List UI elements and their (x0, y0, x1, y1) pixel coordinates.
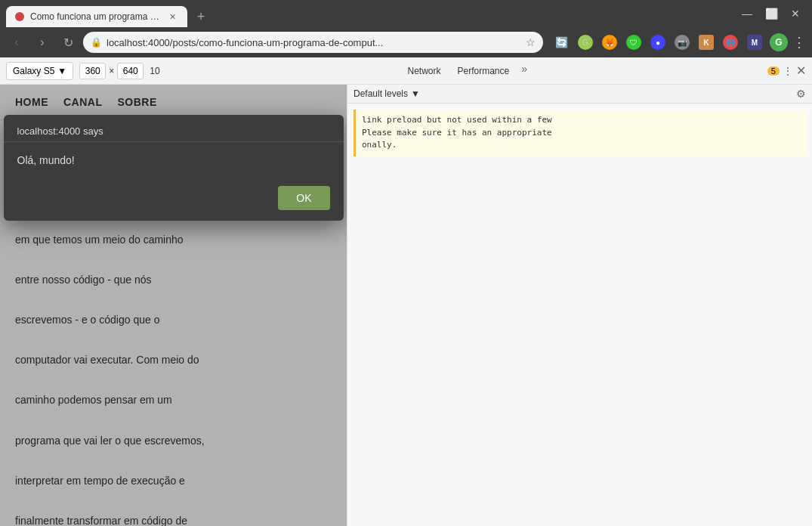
address-bar[interactable]: 🔒 localhost:4000/posts/como-funciona-um-… (83, 32, 543, 53)
profile-icon[interactable]: G (768, 32, 789, 53)
back-button[interactable]: ‹ (6, 32, 27, 53)
main-area: HOME CANAL SOBRE sistemas Linux. Linguag… (0, 85, 812, 526)
device-selector[interactable]: Galaxy S5 ▼ (6, 62, 73, 80)
tab-close-button[interactable]: ✕ (166, 11, 178, 23)
shield-icon[interactable]: 🛡 (623, 32, 644, 53)
alert-ok-button[interactable]: OK (278, 186, 329, 210)
devtools-close-button[interactable]: ✕ (796, 63, 806, 78)
dimension-controls: × 10 (79, 63, 159, 79)
mail-icon[interactable]: M (744, 32, 765, 53)
tab-title: Como funciona um programa d... (30, 11, 160, 22)
devtools-panel: Default levels ▼ ⚙ link preload but not … (347, 85, 812, 526)
alert-footer: OK (4, 178, 344, 221)
alert-header: localhost:4000 says (4, 115, 344, 142)
webpage-panel: HOME CANAL SOBRE sistemas Linux. Linguag… (0, 85, 347, 526)
default-levels-selector[interactable]: Default levels ▼ (354, 88, 796, 99)
dimension-separator: × (109, 66, 114, 76)
close-button[interactable]: ✕ (785, 3, 806, 24)
devtools-tabs: Network Performance » (400, 63, 527, 79)
zoom-label: 10 (150, 66, 159, 76)
bookmark-icon[interactable]: ☆ (526, 36, 536, 48)
translate-icon[interactable]: 🌐 (720, 32, 741, 53)
devtools-panel-content: link preload but not used within a few P… (347, 104, 812, 526)
warning-text: link preload but not used within a few P… (362, 115, 552, 150)
minimize-button[interactable]: — (736, 3, 758, 24)
window-controls: — ⬜ ✕ (736, 3, 806, 24)
url-text: localhost:4000/posts/como-funciona-um-pr… (107, 37, 521, 48)
devtools-settings-icon[interactable]: ⋮ (783, 65, 793, 77)
dropdown-arrow-icon: ▼ (411, 88, 420, 99)
alert-message: Olá, mundo! (4, 142, 344, 178)
device-dropdown-icon: ▼ (57, 66, 66, 76)
lock-icon: 🔒 (91, 37, 102, 48)
screenshot-icon[interactable]: 📷 (672, 32, 693, 53)
maximize-button[interactable]: ⬜ (761, 3, 782, 24)
devtools-more-tabs[interactable]: » (521, 63, 527, 79)
navigation-bar: ‹ › ↻ 🔒 localhost:4000/posts/como-funcio… (0, 27, 812, 57)
toolbar-icons: 🔄 G 🦊 🛡 ● 📷 K 🌐 M (551, 32, 806, 53)
menu-button[interactable]: ⋮ (792, 34, 806, 51)
alert-dialog: localhost:4000 says Olá, mundo! OK (4, 115, 344, 221)
tab-area: Como funciona um programa d... ✕ + (6, 0, 733, 27)
pocket-icon[interactable]: G (575, 32, 596, 53)
reload-button[interactable]: ↻ (57, 32, 79, 53)
devtools-device-bar: Galaxy S5 ▼ × 10 Network Performance » 5… (0, 57, 812, 85)
warnings-badge: 5 (767, 67, 780, 76)
browser-frame: Como funciona um programa d... ✕ + — ⬜ ✕… (0, 0, 812, 526)
tab-favicon (15, 12, 24, 21)
title-bar: Como funciona um programa d... ✕ + — ⬜ ✕ (0, 0, 812, 27)
console-warning: link preload but not used within a few P… (354, 110, 806, 156)
tab-network[interactable]: Network (400, 63, 448, 79)
sync-icon[interactable]: ● (647, 32, 668, 53)
width-input[interactable] (79, 63, 106, 79)
height-input[interactable] (117, 63, 144, 79)
forward-button[interactable]: › (32, 32, 53, 53)
extensions-icon[interactable]: 🔄 (551, 32, 572, 53)
firefox-account-icon[interactable]: 🦊 (599, 32, 620, 53)
devtools-panel-header: Default levels ▼ ⚙ (347, 85, 812, 104)
filter-icon[interactable]: ⚙ (796, 88, 806, 100)
keyword-icon[interactable]: K (696, 32, 717, 53)
device-name: Galaxy S5 (13, 66, 54, 76)
new-tab-button[interactable]: + (190, 6, 211, 27)
tab-performance[interactable]: Performance (450, 63, 517, 79)
browser-tab[interactable]: Como funciona um programa d... ✕ (6, 6, 187, 27)
default-levels-text: Default levels (354, 88, 408, 99)
alert-overlay: localhost:4000 says Olá, mundo! OK (0, 85, 347, 526)
